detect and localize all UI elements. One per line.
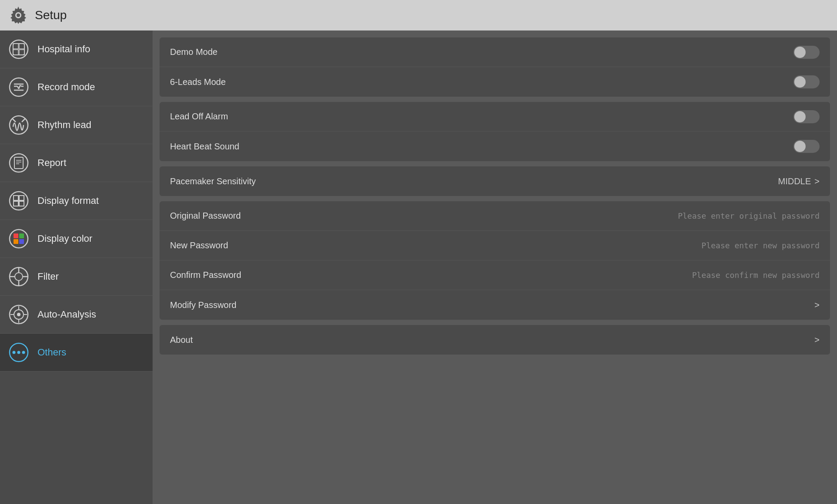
original-password-row: Original Password	[160, 201, 830, 231]
svg-point-20	[10, 154, 28, 172]
svg-rect-26	[14, 196, 18, 200]
sidebar-label-auto-analysis: Auto-Analysis	[37, 309, 96, 320]
original-password-input[interactable]	[645, 211, 820, 220]
sidebar-item-hospital-info[interactable]: Hospital info	[0, 30, 153, 68]
6leads-mode-label: 6-Leads Mode	[170, 77, 226, 87]
heartbeat-sound-label: Heart Beat Sound	[170, 142, 239, 152]
svg-point-50	[17, 351, 20, 354]
svg-line-18	[12, 118, 16, 122]
report-icon	[9, 153, 29, 173]
sidebar-item-auto-analysis[interactable]: Auto-Analysis	[0, 296, 153, 334]
filter-icon	[9, 267, 29, 287]
hospital-icon	[9, 39, 29, 59]
svg-point-51	[22, 351, 25, 354]
svg-rect-31	[14, 233, 18, 238]
svg-rect-33	[14, 239, 18, 244]
sidebar-label-record-mode: Record mode	[37, 81, 95, 93]
svg-line-19	[22, 118, 25, 122]
sidebar-item-rhythm-lead[interactable]: Rhythm lead	[0, 106, 153, 144]
new-password-label: New Password	[170, 240, 228, 250]
app-header: Setup	[0, 0, 837, 30]
svg-rect-27	[19, 196, 24, 200]
svg-point-2	[17, 14, 20, 17]
pacemaker-value: MIDDLE >	[778, 176, 820, 186]
sidebar-label-hospital-info: Hospital info	[37, 44, 90, 55]
display-color-icon	[9, 229, 29, 249]
demo-mode-label: Demo Mode	[170, 47, 218, 57]
confirm-password-label: Confirm Password	[170, 270, 241, 280]
heartbeat-sound-knob	[794, 141, 806, 152]
confirm-password-row: Confirm Password	[160, 260, 830, 290]
lead-off-alarm-label: Lead Off Alarm	[170, 112, 228, 122]
svg-rect-32	[19, 233, 24, 238]
pacemaker-row[interactable]: Pacemaker Sensitivity MIDDLE >	[160, 166, 830, 196]
heartbeat-sound-toggle[interactable]	[793, 140, 820, 153]
gear-icon	[9, 6, 28, 25]
svg-line-14	[20, 85, 21, 86]
toggles-card-2: Lead Off Alarm Heart Beat Sound	[160, 102, 830, 161]
original-password-label: Original Password	[170, 211, 241, 221]
about-label: About	[170, 335, 193, 345]
toggles-card-1: Demo Mode 6-Leads Mode	[160, 37, 830, 97]
sidebar: Hospital info Record mode	[0, 30, 153, 504]
password-card: Original Password New Password Confirm P…	[160, 201, 830, 320]
pacemaker-card[interactable]: Pacemaker Sensitivity MIDDLE >	[160, 166, 830, 196]
confirm-password-input[interactable]	[645, 271, 820, 280]
svg-point-36	[15, 273, 23, 281]
svg-point-9	[10, 78, 28, 96]
svg-rect-28	[14, 201, 18, 206]
pacemaker-label: Pacemaker Sensitivity	[170, 176, 256, 186]
sidebar-label-display-color: Display color	[37, 233, 92, 244]
6leads-mode-row: 6-Leads Mode	[160, 67, 830, 97]
demo-mode-toggle[interactable]	[793, 46, 820, 59]
content-area: Demo Mode 6-Leads Mode Lead Off Alarm	[153, 30, 837, 504]
modify-password-row[interactable]: Modify Password >	[160, 290, 830, 320]
new-password-input[interactable]	[645, 241, 820, 250]
sidebar-label-filter: Filter	[37, 271, 59, 282]
6leads-mode-knob	[794, 76, 806, 88]
lead-off-alarm-toggle[interactable]	[793, 110, 820, 123]
svg-rect-21	[14, 157, 23, 169]
demo-mode-row: Demo Mode	[160, 37, 830, 67]
svg-point-30	[10, 230, 28, 248]
auto-analysis-icon	[9, 304, 29, 325]
sidebar-label-others: Others	[37, 347, 66, 358]
svg-point-3	[10, 40, 28, 58]
lead-off-alarm-row: Lead Off Alarm	[160, 102, 830, 132]
others-icon	[9, 342, 29, 362]
sidebar-item-others[interactable]: Others	[0, 334, 153, 372]
record-icon	[9, 77, 29, 97]
about-arrow: >	[814, 335, 820, 345]
sidebar-item-display-color[interactable]: Display color	[0, 220, 153, 258]
main-layout: Hospital info Record mode	[0, 30, 837, 504]
display-format-icon	[9, 191, 29, 211]
sidebar-label-display-format: Display format	[37, 195, 99, 206]
heartbeat-sound-row: Heart Beat Sound	[160, 132, 830, 161]
svg-point-49	[13, 351, 16, 354]
modify-password-label: Modify Password	[170, 300, 236, 310]
modify-password-arrow: >	[814, 300, 820, 310]
svg-rect-8	[19, 50, 24, 55]
new-password-row: New Password	[160, 231, 830, 260]
sidebar-item-report[interactable]: Report	[0, 144, 153, 182]
page-title: Setup	[35, 8, 67, 22]
svg-point-43	[17, 313, 20, 316]
sidebar-item-display-format[interactable]: Display format	[0, 182, 153, 220]
rhythm-icon	[9, 115, 29, 135]
sidebar-label-rhythm-lead: Rhythm lead	[37, 119, 92, 131]
svg-rect-7	[13, 50, 18, 55]
demo-mode-knob	[794, 47, 806, 58]
svg-rect-4	[13, 44, 24, 55]
about-row[interactable]: About >	[160, 325, 830, 355]
6leads-mode-toggle[interactable]	[793, 75, 820, 88]
sidebar-item-record-mode[interactable]: Record mode	[0, 68, 153, 106]
sidebar-item-filter[interactable]: Filter	[0, 258, 153, 296]
lead-off-alarm-knob	[794, 111, 806, 122]
about-card[interactable]: About >	[160, 325, 830, 355]
sidebar-label-report: Report	[37, 157, 66, 169]
svg-rect-6	[19, 44, 24, 49]
svg-rect-29	[19, 201, 24, 206]
svg-rect-34	[19, 239, 24, 244]
svg-rect-5	[13, 44, 18, 49]
